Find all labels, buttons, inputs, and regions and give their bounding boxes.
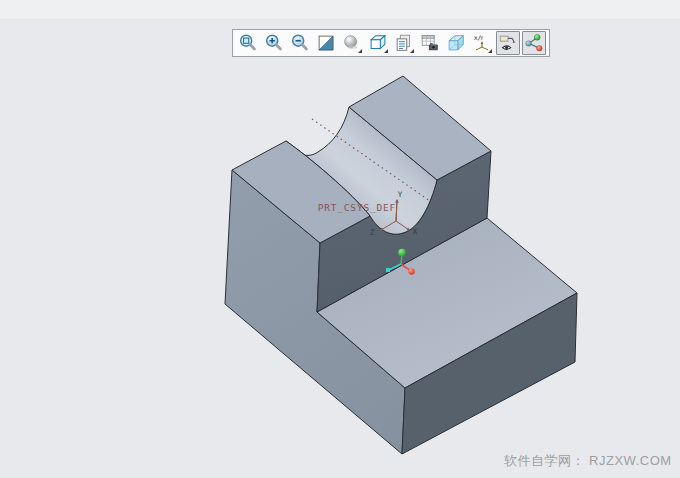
toolbar-button-zoom-in[interactable] <box>262 31 286 55</box>
toolbar-button-annotation-display[interactable] <box>496 31 520 55</box>
csys-axis-label-z: Z <box>370 228 375 237</box>
cad-application-window: PRT_CSYS_DEF Y X Z 软件自学网： RJZXW.COM <box>0 0 680 478</box>
spin-center-red-ball <box>408 268 414 274</box>
toolbar-button-saved-views[interactable] <box>366 31 390 55</box>
zoom-out-icon <box>289 32 311 54</box>
annotation-display-icon <box>497 32 519 54</box>
csys-axis-label-x: X <box>413 227 418 236</box>
toolbar-button-view-manager[interactable] <box>392 31 416 55</box>
toolbar-button-datum-display[interactable] <box>470 31 494 55</box>
capture-table-icon <box>419 32 441 54</box>
toolbar-button-zoom-region[interactable] <box>236 31 260 55</box>
spin-center-icon <box>523 32 545 54</box>
datum-display-icon <box>471 32 493 54</box>
perspective-cube-icon <box>445 32 467 54</box>
saved-views-icon <box>367 32 389 54</box>
refit-icon <box>315 32 337 54</box>
toolbar-button-spin-center-toggle[interactable] <box>522 31 546 55</box>
csys-label: PRT_CSYS_DEF <box>318 202 396 213</box>
zoom-region-icon <box>237 32 259 54</box>
toolbar-button-capture[interactable] <box>418 31 442 55</box>
zoom-in-icon <box>263 32 285 54</box>
toolbar-button-perspective-view[interactable] <box>444 31 468 55</box>
toolbar-button-refit[interactable] <box>314 31 338 55</box>
view-toolbar <box>232 29 550 57</box>
view-manager-icon <box>393 32 415 54</box>
toolbar-button-display-style[interactable] <box>340 31 364 55</box>
watermark-text: 软件自学网： RJZXW.COM <box>504 452 672 470</box>
csys-axis-label-y: Y <box>398 190 403 199</box>
display-style-icon <box>341 32 363 54</box>
spin-center-cyan-handle <box>386 268 390 272</box>
3d-model[interactable] <box>225 76 577 454</box>
toolbar-button-zoom-out[interactable] <box>288 31 312 55</box>
viewport-canvas[interactable]: PRT_CSYS_DEF Y X Z <box>0 0 680 478</box>
spin-center-green-ball <box>398 249 406 257</box>
